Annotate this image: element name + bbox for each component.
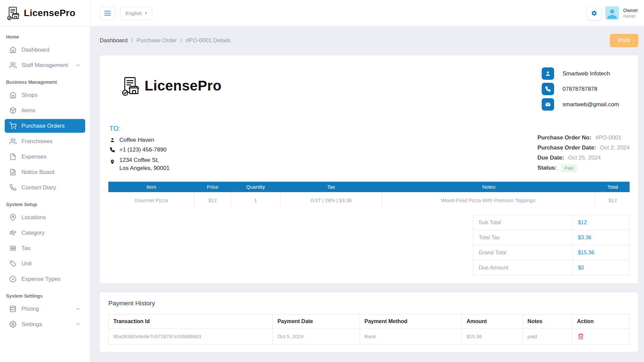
map-pin-icon bbox=[109, 159, 115, 165]
sidebar-item-items[interactable]: Items bbox=[5, 104, 85, 117]
avatar[interactable] bbox=[605, 6, 619, 20]
sidebar-item-settings[interactable]: Settings bbox=[5, 317, 85, 331]
users-icon bbox=[9, 62, 16, 69]
payment-row: 95a26382e6e8e7c672d767e33fdd8663Oct 5, 2… bbox=[109, 328, 630, 344]
page-head: Dashboard/Purchase Order/#PO-0001 Detail… bbox=[100, 34, 638, 47]
sidebar-item-contact-diary[interactable]: Contact Diary bbox=[5, 181, 85, 194]
company-contact-text: 07878787878 bbox=[562, 86, 597, 93]
po-meta-label: Purchase Order Date: bbox=[537, 144, 596, 151]
items-cell: GST | 28% | $3.36 bbox=[280, 192, 382, 208]
gear-icon bbox=[9, 321, 16, 328]
totals-label: Due Amount bbox=[473, 260, 573, 275]
breadcrumb-item-purchase-order[interactable]: Purchase Order bbox=[137, 37, 177, 44]
phone-icon bbox=[9, 184, 16, 191]
sidebar: LicensePro HomeDashboardStaff Management… bbox=[0, 0, 90, 362]
company-contact-row: smartweb@gmail.com bbox=[542, 98, 630, 111]
po-meta-label: Purchase Order No: bbox=[537, 134, 591, 141]
breadcrumb-item-dashboard[interactable]: Dashboard bbox=[100, 37, 127, 44]
payment-amount: $15.36 bbox=[462, 328, 523, 344]
items-body: Gourmet Pizza$121GST | 28% | $3.36Wood-F… bbox=[108, 192, 630, 208]
sidebar-item-label: Expense Types bbox=[21, 276, 60, 283]
purchase-order-card: LicensePro Smartweb Infotech07878787878s… bbox=[100, 55, 638, 284]
totals-label: Sub Total bbox=[473, 215, 573, 230]
breadcrumb: Dashboard/Purchase Order/#PO-0001 Detail… bbox=[100, 37, 231, 44]
user-meta: Owner owner bbox=[623, 7, 638, 19]
supplier-text: Coffee Haven bbox=[119, 137, 154, 143]
sidebar-item-label: Category bbox=[21, 230, 45, 236]
items-cell: 1 bbox=[231, 192, 280, 208]
sidebar-item-purchase-orders[interactable]: Purchase Orders bbox=[5, 119, 85, 133]
payment-table: Transaction IdPayment DatePayment Method… bbox=[108, 314, 630, 345]
box-icon bbox=[9, 107, 16, 114]
totals-table: Sub Total$12Total Tax$3.36Grand Total$15… bbox=[473, 215, 630, 276]
chevron-down-icon bbox=[75, 63, 80, 68]
po-meta-value: Oct 25, 2024 bbox=[568, 155, 601, 161]
trash-icon bbox=[578, 333, 584, 340]
payment-col-payment-date: Payment Date bbox=[273, 314, 360, 328]
sidebar-item-label: Franchisees bbox=[21, 138, 53, 145]
sidebar-item-label: Expenses bbox=[21, 154, 47, 160]
content: Dashboard/Purchase Order/#PO-0001 Detail… bbox=[90, 26, 644, 362]
status-badge: Paid bbox=[561, 164, 577, 172]
sidebar-item-expense-types[interactable]: Expense Types bbox=[5, 272, 85, 286]
items-cell: Gourmet Pizza bbox=[108, 192, 194, 208]
sidebar-item-expenses[interactable]: Expenses bbox=[5, 150, 85, 164]
brand-name: LicensePro bbox=[24, 8, 75, 18]
sidebar-item-locations[interactable]: Locations bbox=[5, 210, 85, 224]
totals-row-grand-total: Grand Total$15.36 bbox=[473, 245, 630, 260]
totals-row-sub-total: Sub Total$12 bbox=[473, 215, 630, 230]
language-dropdown[interactable]: English ▾ bbox=[120, 7, 152, 20]
phone-icon bbox=[109, 147, 115, 153]
items-cell: Wood-Fired Pizza With Premium Toppings. bbox=[382, 192, 596, 208]
database-icon bbox=[9, 305, 16, 312]
to-rows: Coffee Haven+1 (123) 456-78901234 Coffee… bbox=[109, 137, 169, 172]
supplier-block: TO: Coffee Haven+1 (123) 456-78901234 Co… bbox=[109, 125, 169, 172]
company-contact-text: smartweb@gmail.com bbox=[562, 101, 619, 108]
print-button[interactable]: Print bbox=[610, 34, 638, 47]
sidebar-item-dashboard[interactable]: Dashboard bbox=[5, 43, 85, 57]
totals-row-total-tax: Total Tax$3.36 bbox=[473, 230, 630, 245]
sidebar-item-pricing[interactable]: Pricing bbox=[5, 302, 85, 316]
sidebar-item-shops[interactable]: Shops bbox=[5, 88, 85, 102]
sidebar-item-label: Locations bbox=[21, 214, 46, 221]
sidebar-item-staff-management[interactable]: Staff Management bbox=[5, 58, 85, 72]
items-col-total: Total bbox=[596, 182, 630, 192]
payment-col-action: Action bbox=[572, 314, 630, 328]
po-meta-label: Due Date: bbox=[537, 155, 564, 161]
payment-body: 95a26382e6e8e7c672d767e33fdd8663Oct 5, 2… bbox=[109, 328, 630, 344]
totals-value: $15.36 bbox=[572, 245, 629, 260]
items-cell: $12 bbox=[194, 192, 231, 208]
sidebar-item-unit[interactable]: Unit bbox=[5, 257, 85, 270]
totals-value: $3.36 bbox=[572, 230, 629, 245]
check-circle-icon bbox=[9, 276, 16, 283]
invoice-mid: TO: Coffee Haven+1 (123) 456-78901234 Co… bbox=[108, 125, 630, 172]
sidebar-item-category[interactable]: Category bbox=[5, 226, 85, 240]
menu-toggle-button[interactable] bbox=[100, 7, 115, 20]
payment-date: Oct 5, 2024 bbox=[273, 328, 360, 344]
items-col-quantity: Quantity bbox=[231, 182, 280, 192]
company-contact-text: Smartweb Infotech bbox=[562, 70, 610, 77]
settings-button[interactable] bbox=[587, 6, 601, 20]
po-meta-row: Purchase Order Date:Oct 2, 2024 bbox=[537, 144, 630, 152]
invoice-logo: LicensePro bbox=[120, 75, 221, 96]
payment-transaction-id: 95a26382e6e8e7c672d767e33fdd8663 bbox=[109, 328, 273, 344]
supplier-text: 1234 Coffee St,Los Angeles, 90001 bbox=[119, 156, 169, 172]
user-icon bbox=[542, 67, 554, 80]
sidebar-item-franchisees[interactable]: Franchisees bbox=[5, 134, 85, 148]
hamburger-icon bbox=[104, 10, 111, 16]
supplier-row: +1 (123) 456-7890 bbox=[109, 146, 169, 153]
items-header-row: ItemPriceQuantityTaxNotesTotal bbox=[108, 182, 630, 192]
sidebar-section-system-settings: System Settings bbox=[0, 288, 90, 300]
supplier-row: Coffee Haven bbox=[109, 137, 169, 143]
payment-history-title: Payment History bbox=[108, 300, 630, 307]
items-col-notes: Notes bbox=[382, 182, 596, 192]
sidebar-brand[interactable]: LicensePro bbox=[0, 0, 90, 26]
totals-value: $12 bbox=[572, 215, 629, 230]
chevron-down-icon bbox=[75, 322, 80, 327]
sidebar-item-label: Notice Board bbox=[21, 169, 54, 176]
totals-label: Grand Total bbox=[473, 245, 573, 260]
delete-payment-button[interactable] bbox=[577, 333, 585, 340]
company-contact: Smartweb Infotech07878787878smartweb@gma… bbox=[542, 67, 630, 111]
sidebar-item-notice-board[interactable]: Notice Board bbox=[5, 165, 85, 179]
sidebar-item-tax[interactable]: Tax bbox=[5, 241, 85, 255]
